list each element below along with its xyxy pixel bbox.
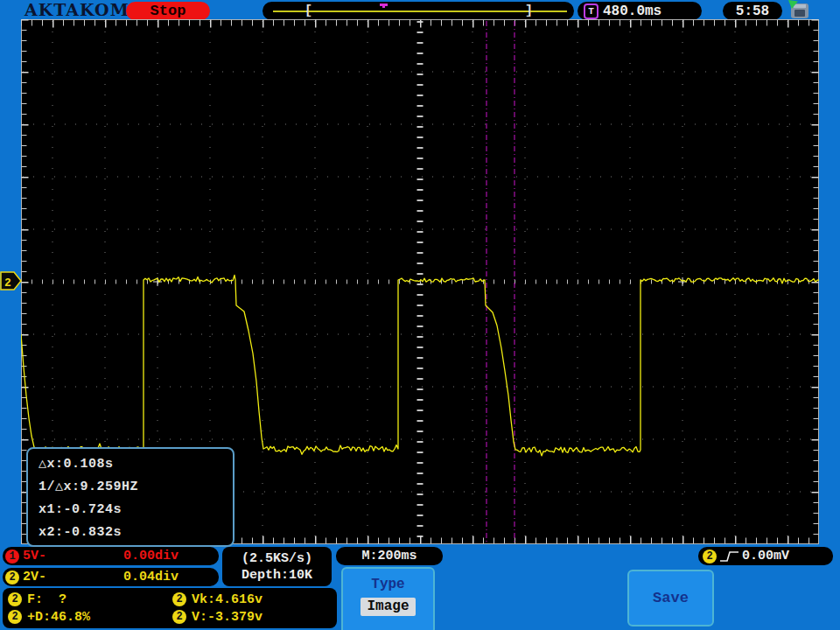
acquisition-status: (2.5KS/s) Depth:10K (222, 547, 332, 586)
buffer-window-right-bracket: ] (525, 2, 533, 20)
clock-badge: 5:58 (723, 2, 782, 20)
cursor-freq-value: 1/△x:9.259HZ (38, 476, 233, 499)
sample-rate-value: (2.5KS/s) (242, 551, 312, 566)
channel2-scale-value: 2V- (23, 570, 46, 584)
cursor-dx-value: △x:0.108s (38, 453, 233, 476)
type-button[interactable]: Type Image (341, 567, 435, 630)
measurement-channel-badge: 2 (172, 610, 186, 624)
brand-logo: AKTAKOM (24, 0, 130, 20)
rising-edge-icon (719, 550, 740, 564)
trigger-channel-badge: 2 (703, 550, 717, 564)
measurement-frequency: 2 F: ? (8, 592, 172, 607)
measurement-vk-value: Vk:4.616v (192, 592, 262, 607)
channel2-marker-label: 2 (4, 276, 11, 290)
trigger-position-icon (380, 4, 388, 6)
type-value: Image (360, 598, 415, 616)
timebase-badge: M:200ms (336, 547, 443, 565)
trigger-offset-badge: T 480.0ms (578, 2, 702, 20)
trigger-level-badge: 2 0.00mV (698, 547, 833, 565)
measurement-channel-badge: 2 (8, 610, 22, 624)
cursor-x1-value: x1:-0.724s (38, 499, 233, 522)
measurement-channel-badge: 2 (172, 592, 186, 606)
channel2-status: 2 2V- 0.04div (3, 568, 219, 586)
channel2-position-value: 0.04div (123, 570, 178, 584)
measurement-duty: 2 +D:46.8% (8, 610, 172, 625)
measurement-vk: 2 Vk:4.616v (172, 592, 337, 607)
buffer-window-left-bracket: [ (304, 2, 312, 20)
measurement-duty-value: +D:46.8% (27, 610, 90, 625)
buffer-position-indicator: [ ] (262, 2, 574, 20)
measurement-v: 2 V:-3.379v (172, 610, 337, 625)
channel1-position-value: 0.00div (123, 549, 178, 564)
channel1-scale-value: 5V- (23, 549, 46, 564)
measurement-panel: 2 F: ? 2 Vk:4.616v 2 +D:46.8% 2 V:-3.379… (3, 588, 337, 628)
run-state-indicator[interactable]: Stop (126, 2, 210, 20)
channel1-status: 1 5V- 0.00div (3, 547, 219, 565)
channel1-badge: 1 (5, 550, 19, 564)
type-label: Type (371, 577, 404, 592)
measurement-channel-badge: 2 (8, 592, 22, 606)
save-button[interactable]: Save (627, 570, 714, 626)
channel2-reference-marker: 2 (1, 272, 21, 290)
cursor-x2-value: x2:-0.832s (38, 522, 233, 544)
trigger-level-value: 0.00mV (742, 549, 789, 564)
trigger-offset-value: 480.0ms (603, 4, 662, 19)
buffer-line (273, 10, 567, 12)
cursor-readout-box: △x:0.108s 1/△x:9.259HZ x1:-0.724s x2:-0.… (26, 447, 234, 547)
storage-icon (791, 4, 808, 18)
measurement-v-value: V:-3.379v (192, 610, 262, 625)
measurement-frequency-value: F: ? (27, 592, 66, 607)
memory-depth-value: Depth:10K (242, 568, 312, 583)
trigger-icon: T (584, 4, 598, 19)
oscilloscope-screen: AKTAKOM Stop [ ] T 480.0ms 5:58 2 △x:0.1… (0, 0, 840, 630)
channel2-badge: 2 (5, 570, 19, 584)
